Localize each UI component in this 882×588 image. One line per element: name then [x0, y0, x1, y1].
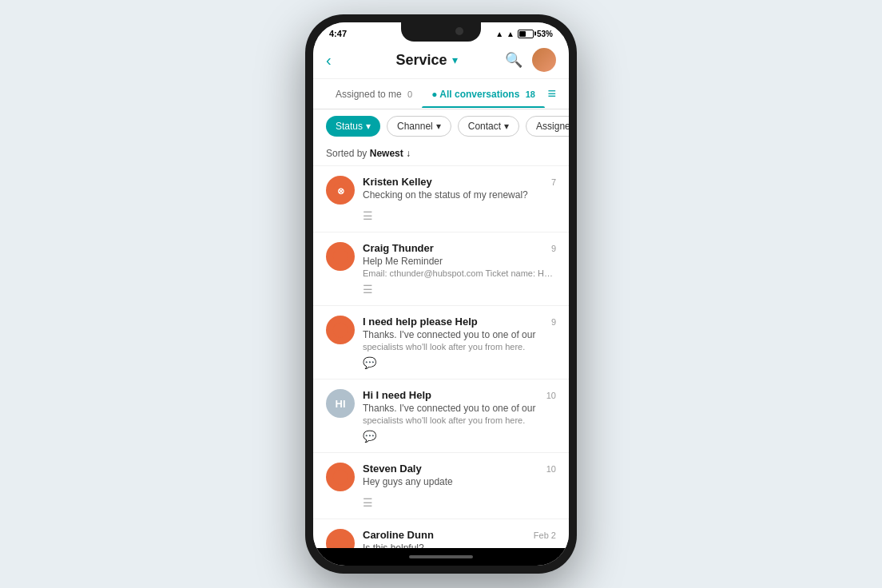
conv-avatar-5	[326, 463, 355, 491]
conv-preview-4: specialists who'll look after you from h…	[363, 415, 556, 425]
title-dropdown-icon[interactable]: ▾	[452, 54, 458, 66]
conv-subject-4: Thanks. I've connected you to one of our	[363, 403, 556, 414]
svg-point-3	[333, 323, 348, 337]
conv-content-1: Kristen Kelley 7 Checking on the status …	[363, 176, 556, 202]
conv-initials-4: HI	[336, 398, 346, 410]
header-title-area: Service ▾	[395, 52, 457, 69]
sort-prefix: Sorted by	[326, 148, 367, 159]
conversation-item-1[interactable]: ⊗ Kristen Kelley 7 Checking on the statu…	[313, 166, 569, 232]
filter-status-button[interactable]: Status ▾	[326, 116, 380, 137]
battery-text: 53%	[537, 30, 553, 38]
sort-arrow-icon: ↓	[406, 148, 411, 159]
conv-preview-2: Email: cthunder@hubspot.com Ticket name:…	[363, 268, 556, 278]
tab-all-badge: 18	[526, 89, 535, 99]
conv-meta-icon-2: ☰	[363, 283, 373, 296]
conv-content-2: Craig Thunder 9 Help Me Reminder Email: …	[363, 242, 556, 278]
conv-name-2: Craig Thunder	[363, 242, 434, 254]
hubspot-logo-6	[332, 534, 349, 548]
conv-preview-3: specialists who'll look after you from h…	[363, 342, 556, 352]
tabs-area: Assigned to me 0 ● All conversations 18 …	[313, 79, 569, 109]
conv-subject-2: Help Me Reminder	[363, 256, 556, 267]
conversation-item-4[interactable]: HI Hi I need Help 10 Thanks. I've connec…	[313, 379, 569, 453]
filter-channel-label: Channel	[397, 121, 433, 132]
header-actions: 🔍	[505, 48, 556, 72]
conv-meta-icon-5: ☰	[363, 496, 373, 509]
conv-name-6: Caroline Dunn	[363, 529, 434, 541]
avatar[interactable]	[532, 48, 556, 72]
hubspot-logo-2	[332, 248, 349, 265]
hubspot-logo-3	[332, 321, 349, 339]
filter-channel-button[interactable]: Channel ▾	[387, 116, 451, 137]
conv-content-4: Hi I need Help 10 Thanks. I've connected…	[363, 389, 556, 425]
tab-assigned-badge: 0	[407, 89, 412, 99]
home-indicator[interactable]	[409, 555, 473, 558]
conversation-list: ⊗ Kristen Kelley 7 Checking on the statu…	[313, 166, 569, 548]
conv-time-5: 10	[546, 464, 556, 474]
conversation-item-3[interactable]: I need help please Help 9 Thanks. I've c…	[313, 306, 569, 379]
phone-screen: 4:47 ▲ ▲ 53% ‹ Service ▾ 🔍	[313, 22, 569, 566]
conv-content-3: I need help please Help 9 Thanks. I've c…	[363, 316, 556, 352]
signal-icon: ▲	[507, 30, 514, 38]
filter-contact-label: Contact	[468, 121, 501, 132]
conv-avatar-3	[326, 316, 355, 344]
battery-icon	[518, 30, 534, 38]
svg-text:⊗: ⊗	[337, 186, 344, 196]
filter-assignee-label: Assignee	[536, 121, 569, 132]
conv-avatar-6	[326, 529, 355, 548]
hubspot-logo-5	[332, 468, 349, 486]
svg-point-5	[333, 536, 348, 548]
svg-point-2	[333, 249, 348, 264]
conv-time-6: Feb 2	[534, 530, 556, 540]
tab-assigned-to-me[interactable]: Assigned to me 0	[326, 81, 422, 108]
filter-channel-arrow: ▾	[436, 121, 441, 132]
conv-avatar-2	[326, 242, 355, 271]
hubspot-logo-1: ⊗	[332, 181, 349, 199]
phone-frame: 4:47 ▲ ▲ 53% ‹ Service ▾ 🔍	[305, 14, 577, 574]
filter-contact-button[interactable]: Contact ▾	[458, 116, 519, 137]
conversation-item-2[interactable]: Craig Thunder 9 Help Me Reminder Email: …	[313, 232, 569, 306]
sort-field[interactable]: Newest	[370, 148, 403, 159]
app-header: ‹ Service ▾ 🔍	[313, 42, 569, 79]
filter-status-arrow: ▾	[366, 121, 371, 132]
filters-area: Status ▾ Channel ▾ Contact ▾ Assignee ▾	[313, 109, 569, 143]
conv-content-5: Steven Daly 10 Hey guys any update	[363, 463, 556, 489]
camera	[455, 27, 463, 35]
conv-subject-5: Hey guys any update	[363, 476, 556, 487]
tab-all-conversations[interactable]: ● All conversations 18	[422, 81, 545, 108]
tab-assigned-label: Assigned to me	[336, 89, 402, 100]
page-title: Service	[395, 52, 447, 69]
filter-status-label: Status	[336, 121, 363, 132]
conv-subject-6: Is this helpful?	[363, 542, 556, 548]
back-button[interactable]: ‹	[326, 51, 348, 70]
conversation-item-5[interactable]: Steven Daly 10 Hey guys any update ☰	[313, 453, 569, 519]
conv-avatar-4: HI	[326, 389, 355, 418]
conv-time-4: 10	[546, 391, 556, 400]
conv-meta-icon-4: 💬	[363, 430, 376, 443]
conv-name-5: Steven Daly	[363, 463, 422, 475]
wifi-icon: ▲	[495, 30, 503, 38]
conv-content-6: Caroline Dunn Feb 2 Is this helpful?	[363, 529, 556, 548]
conv-name-1: Kristen Kelley	[363, 176, 432, 188]
tab-all-label: All conversations	[439, 89, 519, 100]
status-time: 4:47	[329, 29, 347, 38]
sort-row: Sorted by Newest ↓	[313, 143, 569, 166]
conv-meta-icon-1: ☰	[363, 209, 373, 222]
conv-name-3: I need help please Help	[363, 316, 478, 328]
menu-icon[interactable]: ≡	[547, 79, 556, 109]
conv-name-4: Hi I need Help	[363, 389, 431, 401]
battery-fill	[519, 31, 526, 37]
conv-subject-3: Thanks. I've connected you to one of our	[363, 329, 556, 340]
bottom-nav	[313, 548, 569, 566]
notch	[401, 22, 481, 42]
conversation-item-6[interactable]: Caroline Dunn Feb 2 Is this helpful? 💬	[313, 519, 569, 548]
status-indicators: ▲ ▲ 53%	[495, 30, 553, 38]
filter-contact-arrow: ▾	[504, 121, 509, 132]
filter-assignee-button[interactable]: Assignee ▾	[526, 116, 569, 137]
conv-time-1: 7	[551, 177, 556, 187]
conv-meta-icon-3: 💬	[363, 356, 376, 369]
conv-time-3: 9	[551, 317, 556, 327]
all-conv-dot: ●	[431, 89, 439, 100]
search-icon[interactable]: 🔍	[505, 51, 522, 69]
conv-subject-1: Checking on the status of my renewal?	[363, 189, 556, 201]
conv-avatar-1: ⊗	[326, 176, 355, 205]
